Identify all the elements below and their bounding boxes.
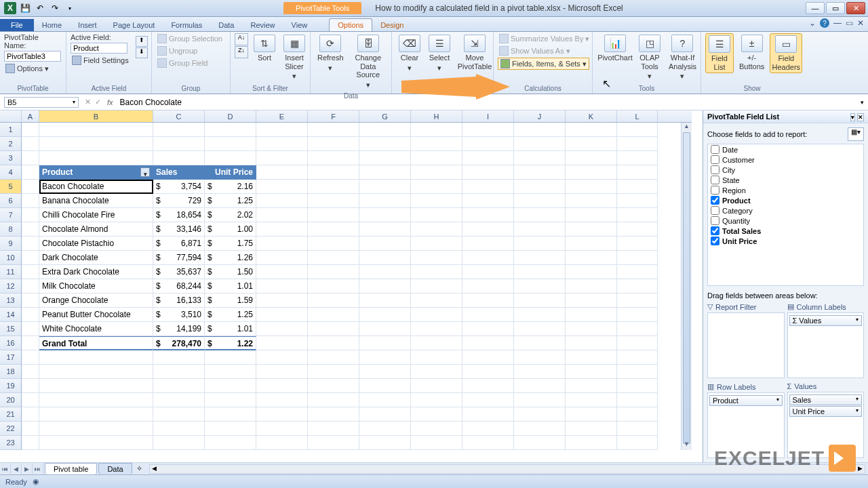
field-product[interactable]: Product [708, 195, 863, 205]
cell[interactable] [617, 365, 658, 379]
cell[interactable] [308, 436, 359, 450]
column-header-D[interactable]: D [205, 110, 256, 122]
tab-file[interactable]: File [0, 19, 34, 31]
cell[interactable] [205, 422, 256, 436]
cell[interactable] [308, 251, 359, 265]
field-list-close-icon[interactable]: ✕ [857, 113, 864, 121]
cell[interactable] [308, 293, 359, 308]
cell[interactable] [411, 165, 462, 180]
area-column-labels[interactable]: ▤Column Labels Σ Values▾ [787, 301, 865, 378]
cell[interactable] [462, 265, 514, 279]
cell[interactable] [462, 208, 514, 222]
cell[interactable] [514, 151, 566, 165]
cell[interactable] [153, 365, 205, 379]
cell[interactable] [22, 165, 39, 180]
cell[interactable] [566, 322, 617, 336]
cell[interactable] [514, 180, 566, 194]
scroll-up-icon[interactable]: ▲ [682, 123, 692, 132]
cell[interactable] [411, 222, 462, 237]
cell[interactable] [359, 422, 411, 436]
cell[interactable] [617, 393, 658, 407]
field-checkbox[interactable] [711, 237, 719, 245]
cell[interactable] [256, 180, 308, 194]
cell[interactable] [205, 436, 256, 450]
cell[interactable] [308, 422, 359, 436]
collapse-field-icon[interactable]: ⬇ [136, 47, 148, 58]
cell[interactable] [22, 393, 39, 407]
workbook-restore-icon[interactable]: ▭ [846, 18, 853, 28]
field-checkbox[interactable] [711, 165, 719, 174]
cell[interactable]: $16,133 [153, 293, 205, 308]
cell[interactable] [411, 308, 462, 322]
column-header-L[interactable]: L [617, 110, 658, 122]
field-quantity[interactable]: Quantity [708, 216, 863, 226]
cell[interactable] [617, 422, 658, 436]
cell[interactable] [617, 208, 658, 222]
undo-icon[interactable]: ↶ [34, 2, 46, 14]
cell[interactable] [308, 180, 359, 194]
row-header[interactable]: 3 [0, 151, 22, 165]
field-list-button[interactable]: ☰Field List [705, 33, 734, 73]
cell[interactable] [308, 265, 359, 279]
cell[interactable] [39, 123, 153, 137]
cell[interactable] [256, 222, 308, 237]
cell[interactable] [411, 208, 462, 222]
fields-items-sets-button[interactable]: Fields, Items, & Sets ▾ [498, 58, 589, 70]
maximize-button[interactable]: ▭ [826, 2, 845, 14]
cell[interactable] [153, 407, 205, 422]
sort-asc-icon[interactable]: A↓ [235, 33, 248, 45]
cell[interactable] [514, 279, 566, 293]
field-checkbox[interactable] [711, 155, 719, 164]
cell[interactable] [308, 350, 359, 365]
sheet-tab-data[interactable]: Data [98, 463, 132, 474]
cell[interactable] [39, 151, 153, 165]
cell[interactable] [22, 265, 39, 279]
cell[interactable] [514, 422, 566, 436]
cell[interactable] [39, 137, 153, 151]
hscroll-right-icon[interactable]: ▶ [855, 465, 865, 473]
row-header[interactable]: 15 [0, 322, 22, 336]
cell[interactable]: $729 [153, 194, 205, 208]
cell[interactable] [153, 436, 205, 450]
cell[interactable] [514, 293, 566, 308]
cell[interactable] [617, 123, 658, 137]
cell[interactable]: $1.22 [205, 336, 256, 350]
cell[interactable]: $1.26 [205, 251, 256, 265]
cell[interactable]: $1.59 [205, 293, 256, 308]
close-button[interactable]: ✕ [846, 2, 865, 14]
cell[interactable] [359, 436, 411, 450]
cell[interactable] [411, 422, 462, 436]
cell[interactable] [411, 379, 462, 393]
select-button[interactable]: ☰Select▾ [426, 33, 453, 73]
cell[interactable] [566, 265, 617, 279]
tab-view[interactable]: View [283, 19, 316, 31]
workbook-minimize-icon[interactable]: — [833, 18, 842, 28]
sheet-nav-last-icon[interactable]: ⏭ [33, 463, 43, 475]
cell[interactable] [514, 308, 566, 322]
cell[interactable] [514, 137, 566, 151]
cell[interactable] [462, 350, 514, 365]
field-total-sales[interactable]: Total Sales [708, 226, 863, 236]
cell[interactable] [359, 365, 411, 379]
cell[interactable] [411, 293, 462, 308]
cell[interactable] [411, 350, 462, 365]
cell[interactable] [462, 237, 514, 251]
cell[interactable] [514, 436, 566, 450]
cell[interactable] [205, 379, 256, 393]
cell[interactable]: $2.16 [205, 180, 256, 194]
cell[interactable] [359, 293, 411, 308]
cell[interactable]: Grand Total [39, 336, 153, 350]
cell[interactable]: White Chocolate [39, 322, 153, 336]
enter-formula-icon[interactable]: ✓ [93, 98, 103, 106]
cell[interactable] [462, 251, 514, 265]
column-header-C[interactable]: C [153, 110, 205, 122]
cell[interactable] [22, 407, 39, 422]
cell[interactable] [411, 251, 462, 265]
cell[interactable] [359, 336, 411, 350]
cell[interactable] [308, 336, 359, 350]
cell[interactable] [22, 422, 39, 436]
cell[interactable] [308, 365, 359, 379]
cell[interactable] [514, 365, 566, 379]
cell[interactable] [462, 336, 514, 350]
cell[interactable] [411, 393, 462, 407]
